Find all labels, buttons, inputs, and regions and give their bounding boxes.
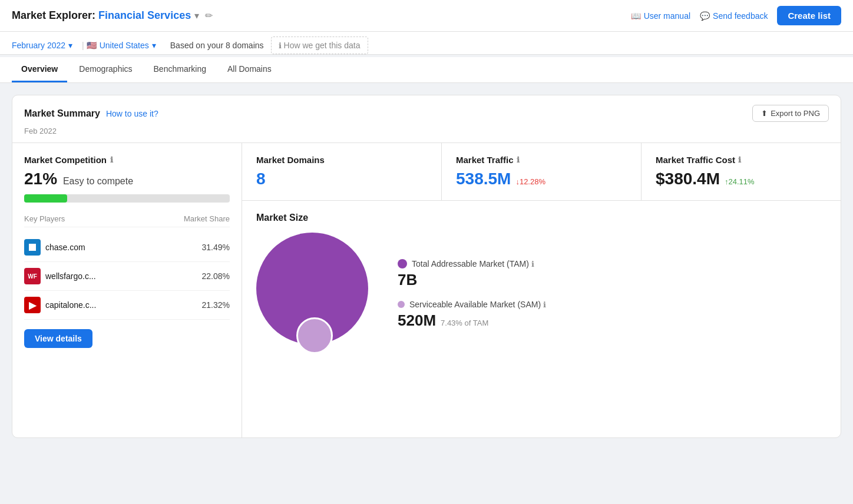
card-body: Market Competition ℹ 21% Easy to compete… (12, 143, 841, 437)
metric-value-row: $380.4M ↑24.11% (656, 170, 826, 188)
date-filter-button[interactable]: February 2022 ▾ (12, 37, 80, 54)
metric-label: Market Traffic Cost ℹ (656, 155, 826, 165)
tab-all-domains[interactable]: All Domains (218, 57, 281, 82)
traffic-change: ↓12.28% (515, 177, 545, 186)
top-bar-right: 📖 User manual 💬 Send feedback Create lis… (631, 6, 841, 25)
capitalone-logo: ▶ (24, 297, 41, 313)
sam-pct: 7.43% of TAM (441, 319, 488, 327)
player-share: 21.32% (202, 300, 230, 310)
card-date-subtitle: Feb 2022 (12, 124, 841, 142)
market-competition-title: Market Competition ℹ (24, 155, 230, 165)
market-size-bubble-chart (256, 233, 374, 356)
tam-label: Total Addressable Market (TAM) ℹ (412, 259, 534, 268)
tam-legend-item: Total Addressable Market (TAM) ℹ 7B (398, 259, 546, 289)
competition-percent: 21% (24, 170, 57, 188)
sam-value-row: 520M 7.43% of TAM (398, 311, 546, 330)
player-row: ▶ capitalone.c... 21.32% (24, 291, 230, 320)
market-summary-card: Market Summary How to use it? ⬆ Export t… (12, 95, 841, 438)
progress-bar-fill (24, 194, 67, 203)
metric-cell-domains: Market Domains 8 (242, 143, 442, 200)
metric-cell-cost: Market Traffic Cost ℹ $380.4M ↑24.11% (642, 143, 841, 200)
separator: | (82, 41, 84, 50)
competition-label: Easy to compete (63, 176, 133, 186)
market-size-legend: Total Addressable Market (TAM) ℹ 7B (398, 259, 546, 330)
upload-icon: ⬆ (761, 109, 768, 118)
metric-label: Market Traffic ℹ (456, 155, 627, 165)
chevron-down-icon[interactable]: ▾ (194, 10, 199, 21)
country-filter-button[interactable]: 🇺🇸 United States ▾ (87, 37, 163, 54)
card-header-left: Market Summary How to use it? (24, 108, 158, 119)
player-row: chase.com 31.49% (24, 233, 230, 262)
pencil-icon[interactable]: ✏ (205, 10, 213, 21)
metric-value-domains: 8 (256, 170, 427, 188)
how-to-use-link[interactable]: How to use it? (106, 109, 158, 118)
info-icon: ℹ (279, 41, 282, 50)
right-panel: Market Domains 8 Market Traffic ℹ 538.5M… (242, 143, 841, 437)
top-bar-left: Market Explorer: Financial Services ▾ ✏ (12, 9, 213, 22)
info-icon[interactable]: ℹ (110, 155, 113, 164)
player-name: capitalone.c... (45, 300, 96, 310)
metric-value-row: 538.5M ↓12.28% (456, 170, 627, 188)
tam-dot (398, 259, 407, 268)
cost-change: ↑24.11% (725, 177, 755, 186)
send-feedback-link[interactable]: 💬 Send feedback (700, 11, 768, 21)
flag-icon: 🇺🇸 (87, 41, 97, 50)
player-name: chase.com (45, 243, 85, 252)
market-summary-title: Market Summary (24, 108, 100, 119)
domains-count-text: Based on your 8 domains (163, 37, 271, 54)
tam-legend-header: Total Addressable Market (TAM) ℹ (398, 259, 546, 268)
chevron-down-icon: ▾ (152, 41, 156, 50)
info-icon[interactable]: ℹ (531, 260, 534, 268)
market-size-content: Total Addressable Market (TAM) ℹ 7B (256, 233, 826, 356)
sam-legend-item: Serviceable Available Market (SAM) ℹ 520… (398, 300, 546, 330)
market-size-section: Market Size (242, 201, 841, 368)
player-share: 31.49% (202, 243, 230, 252)
chevron-down-icon: ▾ (68, 41, 72, 50)
info-icon[interactable]: ℹ (543, 300, 546, 309)
left-panel: Market Competition ℹ 21% Easy to compete… (12, 143, 242, 437)
chase-logo (24, 239, 41, 256)
sam-legend-header: Serviceable Available Market (SAM) ℹ (398, 300, 546, 309)
metric-value-cost: $380.4M (656, 170, 720, 188)
sam-label: Serviceable Available Market (SAM) ℹ (409, 300, 546, 309)
sub-bar-left: February 2022 ▾ | 🇺🇸 United States ▾ Bas… (12, 37, 841, 54)
metric-value-traffic: 538.5M (456, 170, 511, 188)
view-details-button[interactable]: View details (24, 329, 92, 348)
how-data-link[interactable]: ℹ How we get this data (271, 37, 368, 54)
chat-icon: 💬 (700, 11, 710, 21)
tam-value: 7B (398, 271, 546, 289)
metric-label: Market Domains (256, 155, 427, 165)
sam-dot (398, 301, 405, 308)
export-png-button[interactable]: ⬆ Export to PNG (752, 105, 829, 122)
nav-tabs: Overview Demographics Benchmarking All D… (0, 57, 853, 83)
key-players-header: Key Players Market Share (24, 214, 230, 227)
info-icon[interactable]: ℹ (738, 155, 741, 164)
metric-cell-traffic: Market Traffic ℹ 538.5M ↓12.28% (442, 143, 642, 200)
tab-benchmarking[interactable]: Benchmarking (144, 57, 216, 82)
info-icon[interactable]: ℹ (517, 155, 520, 164)
player-share: 22.08% (202, 271, 230, 281)
create-list-button[interactable]: Create list (777, 6, 841, 25)
tab-overview[interactable]: Overview (12, 57, 67, 82)
main-content: Market Summary How to use it? ⬆ Export t… (0, 83, 853, 450)
tab-demographics[interactable]: Demographics (70, 57, 141, 82)
player-info: ▶ capitalone.c... (24, 297, 96, 313)
competition-progress-bar (24, 194, 230, 203)
sub-bar: February 2022 ▾ | 🇺🇸 United States ▾ Bas… (0, 32, 853, 55)
metrics-row: Market Domains 8 Market Traffic ℹ 538.5M… (242, 143, 841, 201)
book-icon: 📖 (631, 11, 641, 21)
app-title: Market Explorer: Financial Services (12, 9, 191, 22)
wellsfargo-logo: WF (24, 268, 41, 284)
player-row: WF wellsfargo.c... 22.08% (24, 262, 230, 291)
market-size-title: Market Size (256, 213, 826, 223)
user-manual-link[interactable]: 📖 User manual (631, 11, 690, 21)
category-label: Financial Services (98, 9, 191, 21)
top-bar: Market Explorer: Financial Services ▾ ✏ … (0, 0, 853, 32)
player-name: wellsfargo.c... (45, 271, 96, 281)
competition-stats: 21% Easy to compete (24, 170, 230, 188)
player-info: WF wellsfargo.c... (24, 268, 96, 284)
sam-value: 520M (398, 311, 436, 330)
sam-bubble (296, 317, 333, 354)
player-info: chase.com (24, 239, 85, 256)
